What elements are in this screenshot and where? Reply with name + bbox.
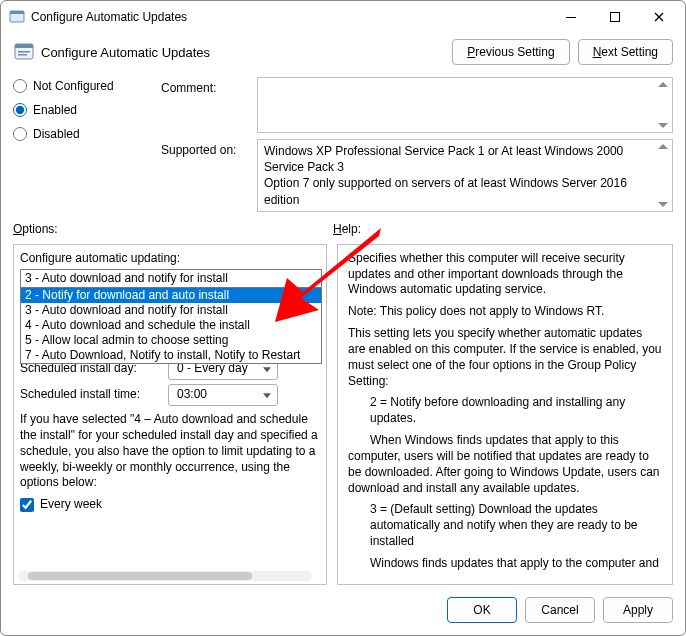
header-row: Configure Automatic Updates Previous Set…: [1, 33, 685, 77]
install-time-value: 03:00: [177, 387, 207, 403]
chevron-down-icon: [263, 393, 271, 398]
every-week-checkbox[interactable]: [20, 498, 34, 512]
scrollbar-thumb[interactable]: [28, 572, 252, 580]
right-column: Comment: Supported on: Windows XP Profes…: [161, 77, 673, 212]
supported-textbox: Windows XP Professional Service Pack 1 o…: [257, 139, 673, 212]
supported-label: Supported on:: [161, 139, 249, 212]
dropdown-item[interactable]: 4 - Auto download and schedule the insta…: [21, 318, 321, 333]
options-heading: Configure automatic updating:: [20, 251, 320, 267]
svg-rect-7: [18, 54, 27, 56]
comment-label: Comment:: [161, 77, 249, 133]
help-text: 3 = (Default setting) Download the updat…: [348, 502, 662, 549]
panels-header: Options: Help:: [1, 212, 685, 240]
previous-setting-button[interactable]: Previous Setting: [452, 39, 569, 65]
dialog-footer: OK Cancel Apply: [1, 591, 685, 635]
scroll-up-icon[interactable]: [658, 82, 668, 87]
help-header-label: Help:: [333, 222, 361, 236]
minimize-button[interactable]: [549, 3, 593, 31]
update-mode-dropdown-list[interactable]: 2 - Notify for download and auto install…: [20, 287, 322, 364]
help-inner: Specifies whether this computer will rec…: [338, 245, 672, 584]
panels-area: Configure automatic updating: 3 - Auto d…: [1, 240, 685, 591]
comment-textarea[interactable]: [257, 77, 673, 133]
radio-column: Not Configured Enabled Disabled: [13, 77, 153, 212]
policy-icon: [13, 41, 35, 63]
radio-disabled[interactable]: Disabled: [13, 127, 153, 141]
window-controls: [549, 3, 681, 31]
scroll-down-icon[interactable]: [658, 123, 668, 128]
supported-row: Supported on: Windows XP Professional Se…: [161, 139, 673, 212]
radio-disabled-input[interactable]: [13, 127, 27, 141]
svg-rect-1: [10, 11, 24, 14]
help-text: Note: This policy does not apply to Wind…: [348, 304, 662, 320]
options-inner: Configure automatic updating: 3 - Auto d…: [14, 245, 326, 519]
setting-name: Configure Automatic Updates: [41, 45, 444, 60]
install-time-label: Scheduled install time:: [20, 387, 160, 403]
config-grid: Not Configured Enabled Disabled Comment:…: [1, 77, 685, 212]
app-icon: [9, 9, 25, 25]
scroll-down-icon[interactable]: [658, 202, 668, 207]
radio-not-configured-input[interactable]: [13, 79, 27, 93]
install-day-label: Scheduled install day:: [20, 361, 160, 377]
svg-rect-5: [15, 44, 33, 48]
update-mode-dropdown[interactable]: 3 - Auto download and notify for install…: [20, 269, 320, 289]
svg-rect-2: [566, 17, 576, 18]
comment-row: Comment:: [161, 77, 673, 133]
radio-disabled-label: Disabled: [33, 127, 80, 141]
options-horizontal-scrollbar[interactable]: [18, 571, 312, 581]
radio-not-configured[interactable]: Not Configured: [13, 79, 153, 93]
help-text: Windows finds updates that apply to the …: [348, 556, 662, 572]
radio-enabled-label: Enabled: [33, 103, 77, 117]
supported-text: Windows XP Professional Service Pack 1 o…: [264, 143, 666, 208]
ok-button[interactable]: OK: [447, 597, 517, 623]
every-week-label: Every week: [40, 497, 102, 513]
apply-button[interactable]: Apply: [603, 597, 673, 623]
help-text: This setting lets you specify whether au…: [348, 326, 662, 389]
svg-rect-6: [18, 51, 30, 53]
cancel-button[interactable]: Cancel: [525, 597, 595, 623]
dropdown-item[interactable]: 5 - Allow local admin to choose setting: [21, 333, 321, 348]
next-setting-button[interactable]: Next Setting: [578, 39, 673, 65]
dropdown-item[interactable]: 3 - Auto download and notify for install: [21, 303, 321, 318]
options-paragraph: If you have selected "4 – Auto download …: [20, 412, 320, 491]
titlebar: Configure Automatic Updates: [1, 1, 685, 33]
options-panel: Configure automatic updating: 3 - Auto d…: [13, 244, 327, 585]
svg-rect-3: [611, 13, 620, 22]
help-text: Specifies whether this computer will rec…: [348, 251, 662, 298]
dropdown-item[interactable]: 7 - Auto Download, Notify to install, No…: [21, 348, 321, 363]
options-header-label: Options:: [13, 222, 333, 236]
help-text: When Windows finds updates that apply to…: [348, 433, 662, 496]
window-title: Configure Automatic Updates: [31, 10, 549, 24]
radio-not-configured-label: Not Configured: [33, 79, 114, 93]
radio-enabled-input[interactable]: [13, 103, 27, 117]
help-text: 2 = Notify before downloading and instal…: [348, 395, 662, 427]
scroll-up-icon[interactable]: [658, 144, 668, 149]
install-day-value: 0 - Every day: [177, 361, 248, 377]
install-time-select[interactable]: 03:00: [168, 384, 278, 406]
update-mode-selected[interactable]: 3 - Auto download and notify for install: [20, 269, 322, 289]
radio-enabled[interactable]: Enabled: [13, 103, 153, 117]
help-panel: Specifies whether this computer will rec…: [337, 244, 673, 585]
dialog-window: Configure Automatic Updates Configure Au…: [0, 0, 686, 636]
maximize-button[interactable]: [593, 3, 637, 31]
install-time-row: Scheduled install time: 03:00: [20, 384, 320, 406]
chevron-down-icon: [263, 368, 271, 373]
close-button[interactable]: [637, 3, 681, 31]
dropdown-item[interactable]: 2 - Notify for download and auto install: [21, 288, 321, 303]
every-week-checkbox-row[interactable]: Every week: [20, 497, 320, 513]
